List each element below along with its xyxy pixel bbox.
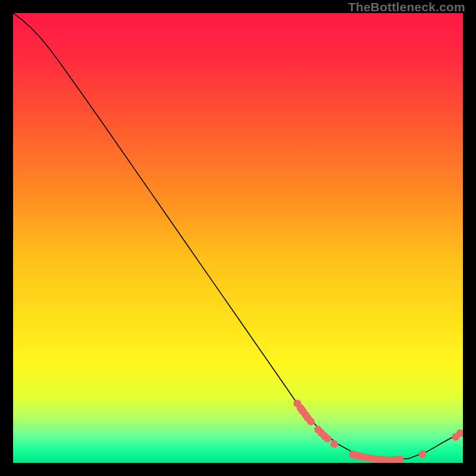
data-marker <box>418 450 426 458</box>
data-marker <box>307 418 315 425</box>
data-marker <box>324 435 331 443</box>
data-marker <box>396 455 404 463</box>
bottleneck-chart <box>13 13 463 463</box>
data-marker <box>330 440 338 448</box>
chart-frame: TheBottleneck.com <box>0 0 476 476</box>
chart-background <box>13 13 463 463</box>
watermark-text: TheBottleneck.com <box>348 0 465 14</box>
